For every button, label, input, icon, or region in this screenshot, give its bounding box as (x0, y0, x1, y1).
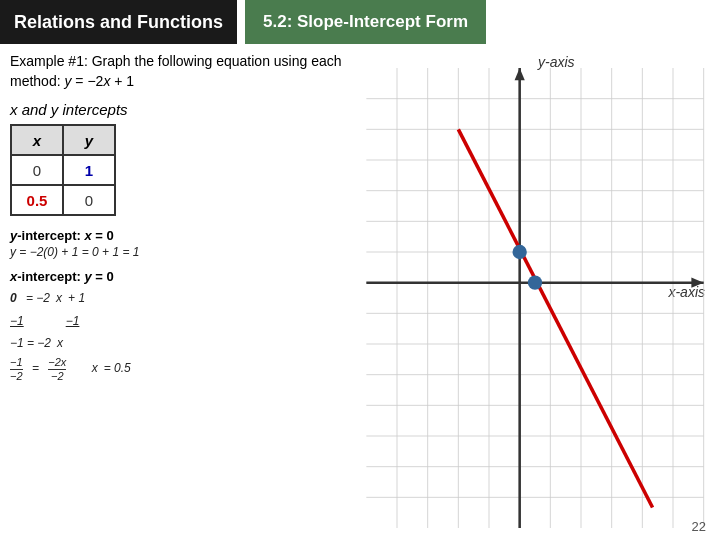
main-content: Example #1: Graph the following equation… (0, 44, 720, 383)
intercepts-label: x and y intercepts (10, 101, 350, 118)
table-row: 0 1 (11, 155, 115, 185)
right-panel: y-axis x-axis (360, 52, 710, 383)
y-val-1: 1 (63, 155, 115, 185)
example-label: Example #1: Graph the following equation… (10, 53, 342, 89)
x-val-2: 0.5 (11, 185, 63, 215)
graph-svg (360, 68, 710, 528)
col-x-header: x (11, 125, 63, 155)
page-number: 22 (692, 519, 706, 534)
page-title: Relations and Functions (0, 0, 237, 44)
y-intercept-equation: y = −2(0) + 1 = 0 + 1 = 1 (10, 245, 350, 259)
y-val-2: 0 (63, 185, 115, 215)
svg-point-30 (513, 245, 527, 259)
left-panel: Example #1: Graph the following equation… (10, 52, 350, 383)
svg-marker-28 (691, 278, 703, 288)
x-intercept-equations: 0 = −2x + 1 −1 −1 −1 = −2x −1−2 = −2x−2 … (10, 288, 350, 382)
table-row: 0.5 0 (11, 185, 115, 215)
intercept-table: x y 0 1 0.5 0 (10, 124, 116, 216)
y-intercept-label: y-intercept: x = 0 (10, 228, 350, 243)
eq-row-1: 0 = −2x + 1 (10, 288, 350, 310)
x-val-1: 0 (11, 155, 63, 185)
section-title: 5.2: Slope-Intercept Form (245, 0, 486, 44)
x-intercept-label: x-intercept: y = 0 (10, 269, 350, 284)
col-y-header: y (63, 125, 115, 155)
svg-marker-27 (515, 68, 525, 80)
eq-row-2: −1 −1 (10, 311, 350, 333)
eq-row-3: −1 = −2x (10, 333, 350, 355)
example-text: Example #1: Graph the following equation… (10, 52, 350, 91)
svg-line-29 (458, 129, 652, 507)
svg-point-31 (528, 276, 542, 290)
eq-row-4: −1−2 = −2x−2 x = 0.5 (10, 356, 350, 382)
header: Relations and Functions 5.2: Slope-Inter… (0, 0, 720, 44)
